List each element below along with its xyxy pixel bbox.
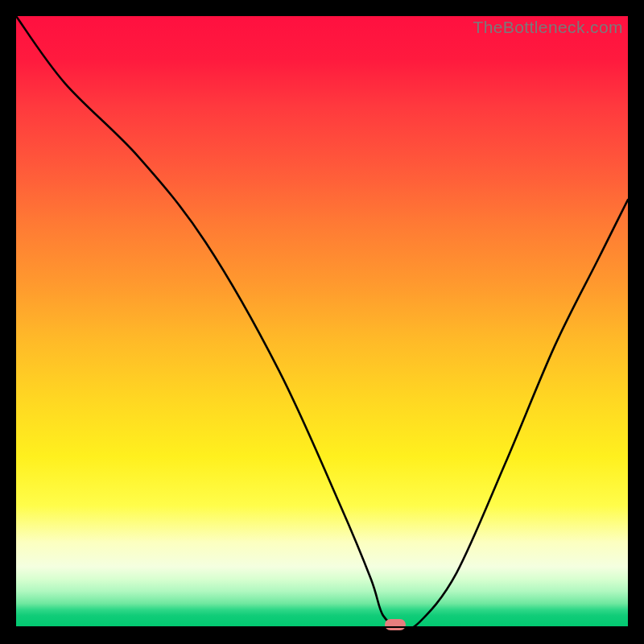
x-axis-line bbox=[16, 626, 628, 628]
bottleneck-curve bbox=[16, 16, 628, 628]
chart-frame: TheBottleneck.com bbox=[0, 0, 644, 644]
plot-area: TheBottleneck.com bbox=[16, 16, 628, 628]
optimal-point-marker bbox=[385, 619, 406, 630]
